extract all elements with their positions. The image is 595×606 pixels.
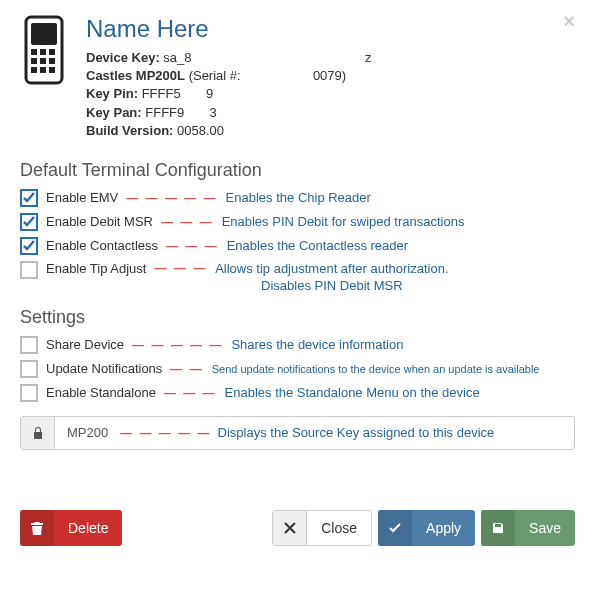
source-key-name: MP200	[55, 425, 120, 440]
config-label: Enable EMV	[46, 190, 118, 205]
checkbox[interactable]	[20, 213, 38, 231]
dash-annotation: — — — — —	[126, 191, 217, 205]
dash-annotation: — — —	[154, 261, 207, 275]
config-label: Enable Debit MSR	[46, 214, 153, 229]
svg-rect-7	[49, 58, 55, 64]
config-label: Enable Contactless	[46, 238, 158, 253]
config-label: Enable Tip Adjust	[46, 261, 146, 276]
config-desc: Enables the Standalone Menu on the devic…	[225, 385, 480, 400]
dash-annotation: — — — — —	[132, 338, 223, 352]
save-button[interactable]: Save	[481, 510, 575, 546]
svg-rect-2	[31, 49, 37, 55]
device-title: Name Here	[86, 15, 371, 43]
svg-rect-10	[49, 67, 55, 73]
dash-annotation: — — —	[166, 239, 219, 253]
config-desc: Enables the Contactless reader	[227, 238, 408, 253]
dash-annotation: — — —	[164, 386, 217, 400]
source-key-desc: Displays the Source Key assigned to this…	[218, 425, 495, 440]
config-desc: Allows tip adjustment after authorizatio…	[215, 261, 448, 295]
config-label: Update Notifications	[46, 361, 162, 376]
svg-rect-5	[31, 58, 37, 64]
dash-annotation: — — — — —	[120, 426, 211, 440]
svg-rect-1	[31, 23, 57, 45]
config-label: Share Device	[46, 337, 124, 352]
config-desc: Send update notifications to the device …	[212, 362, 540, 376]
config-label: Enable Standalone	[46, 385, 156, 400]
svg-rect-9	[40, 67, 46, 73]
delete-button[interactable]: Delete	[20, 510, 122, 546]
config-row: Update Notifications— —Send update notif…	[20, 360, 575, 378]
config-row: Share Device— — — — —Shares the device i…	[20, 336, 575, 354]
config-row: Enable EMV— — — — —Enables the Chip Read…	[20, 189, 575, 207]
apply-button[interactable]: Apply	[378, 510, 475, 546]
device-key-row: Device Key: sa_8 z	[86, 49, 371, 67]
config-desc: Enables PIN Debit for swiped transaction…	[222, 214, 465, 229]
serial-row: Castles MP200L (Serial #: 0079)	[86, 67, 371, 85]
save-icon	[481, 510, 515, 546]
lock-icon	[21, 417, 55, 449]
svg-rect-3	[40, 49, 46, 55]
checkbox[interactable]	[20, 384, 38, 402]
build-row: Build Version: 0058.00	[86, 122, 371, 140]
dash-annotation: — —	[170, 362, 203, 376]
config-desc: Shares the device information	[231, 337, 403, 352]
svg-rect-8	[31, 67, 37, 73]
close-icon[interactable]: ×	[563, 10, 575, 33]
device-header: Name Here Device Key: sa_8 z Castles MP2…	[20, 15, 575, 140]
key-pin-row: Key Pin: FFFF5 9	[86, 85, 371, 103]
footer: Delete Close Apply Save	[20, 510, 575, 546]
checkbox[interactable]	[20, 336, 38, 354]
x-icon	[273, 511, 307, 545]
config-row: Enable Tip Adjust— — — Allows tip adjust…	[20, 261, 575, 295]
settings-section-title: Settings	[20, 307, 575, 328]
checkbox[interactable]	[20, 261, 38, 279]
checkbox[interactable]	[20, 189, 38, 207]
source-key-row[interactable]: MP200 — — — — — Displays the Source Key …	[20, 416, 575, 450]
dash-annotation: — — —	[161, 215, 214, 229]
key-pan-row: Key Pan: FFFF9 3	[86, 104, 371, 122]
checkbox[interactable]	[20, 360, 38, 378]
config-desc: Enables the Chip Reader	[226, 190, 371, 205]
trash-icon	[20, 510, 54, 546]
svg-rect-4	[49, 49, 55, 55]
config-row: Enable Standalone— — —Enables the Standa…	[20, 384, 575, 402]
config-row: Enable Contactless— — —Enables the Conta…	[20, 237, 575, 255]
checkbox[interactable]	[20, 237, 38, 255]
config-row: Enable Debit MSR— — —Enables PIN Debit f…	[20, 213, 575, 231]
device-icon	[20, 15, 68, 140]
close-button[interactable]: Close	[272, 510, 372, 546]
terminal-section-title: Default Terminal Configuration	[20, 160, 575, 181]
check-icon	[378, 510, 412, 546]
svg-rect-6	[40, 58, 46, 64]
